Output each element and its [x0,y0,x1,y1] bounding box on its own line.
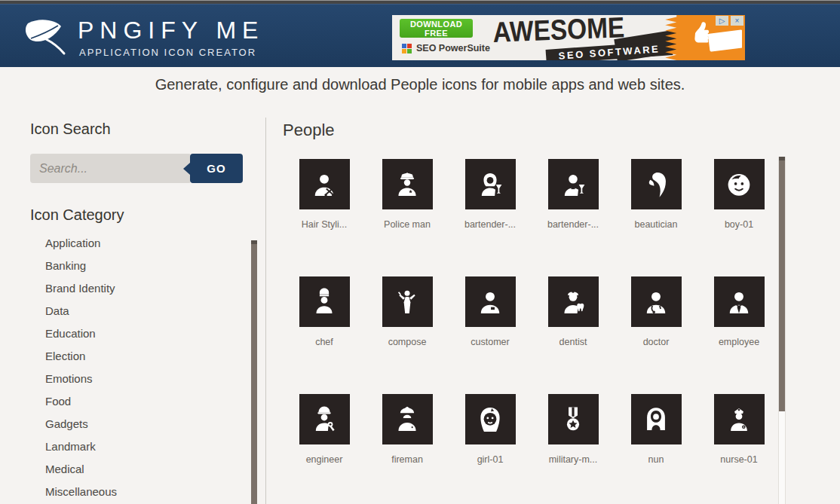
people-heading: People [283,121,335,140]
icon-label: nurse-01 [697,454,780,465]
icon-cell: bartender-... [449,159,532,230]
icon-cell: doctor [615,276,697,347]
ad-corner-controls: ▷ × [716,16,743,26]
icon-label: engineer [283,454,366,465]
page: PNGIFY ME APPLICATION ICON CREATOR AWESO… [0,0,840,504]
icon-cell: bartender-... [532,159,615,230]
beautician-icon[interactable] [631,159,682,209]
category-item-landmark[interactable]: Landmark [45,435,117,458]
icon-label: boy-01 [697,219,780,230]
hairstylist-icon[interactable] [299,159,350,209]
icon-label: military-m... [532,454,615,465]
category-item-emotions[interactable]: Emotions [45,368,117,390]
feather-icon [20,18,69,59]
customer-icon[interactable] [465,276,516,327]
seo-powersuite-logo-icon [402,44,412,53]
category-item-education[interactable]: Education [45,322,117,345]
category-item-data[interactable]: Data [45,300,117,322]
fireman-icon[interactable] [382,394,433,444]
icon-cell: employee [697,276,780,347]
main-scrollbar-thumb[interactable] [779,157,785,411]
search-row: GO [30,154,243,183]
category-scrollbar-thumb[interactable] [251,240,257,504]
ad-download-button[interactable]: DOWNLOAD FREE [400,19,473,38]
icon-label: chef [283,337,366,347]
compose-icon[interactable] [382,276,433,327]
main-scrollbar-track[interactable] [778,157,786,504]
site-header: PNGIFY ME APPLICATION ICON CREATOR AWESO… [0,4,840,67]
military-medal-icon[interactable] [548,394,599,444]
category-item-medical[interactable]: Medical [45,458,117,481]
page-tagline: Generate, configure and download People … [0,76,840,93]
category-item-application[interactable]: Application [45,232,117,255]
icon-cell: boy-01 [697,159,780,230]
icon-cell: fireman [366,394,449,465]
nurse-icon[interactable] [714,394,765,444]
icon-label: bartender-... [532,219,615,230]
icon-cell: nurse-01 [697,394,780,465]
icon-label: fireman [366,454,449,465]
ad-close-icon[interactable]: × [731,16,743,26]
sidebar-divider [265,118,266,504]
ad-headline: AWESOME [492,15,625,49]
icon-cell: nun [615,394,697,465]
icon-label: girl-01 [449,454,532,465]
doctor-icon[interactable] [631,276,682,327]
icon-label: nun [615,454,697,465]
category-item-gadgets[interactable]: Gadgets [45,413,117,435]
category-item-food[interactable]: Food [45,390,117,413]
icon-label: doctor [615,337,697,347]
category-item-brand-identity[interactable]: Brand Identity [45,277,117,300]
icon-cell: beautician [615,159,697,230]
bartender-female-icon[interactable] [465,159,516,209]
ad-brand-name: SEO PowerSuite [416,43,490,53]
icon-label: employee [697,337,780,347]
icon-grid: Hair Styli...Police manbartender-...bart… [283,159,780,465]
icon-label: bartender-... [449,219,532,230]
icon-label: Hair Styli... [283,219,366,230]
ad-brand: SEO PowerSuite [402,43,490,53]
icon-cell: military-m... [532,394,615,465]
bartender-male-icon[interactable] [548,159,599,209]
employee-icon[interactable] [714,276,765,327]
icon-label: dentist [532,337,615,347]
icon-cell: customer [449,276,532,347]
category-item-election[interactable]: Election [45,345,117,368]
dentist-icon[interactable] [548,276,599,327]
icon-cell: Police man [366,159,449,230]
icon-cell: engineer [283,394,366,465]
icon-label: beautician [615,219,697,230]
go-button[interactable]: GO [190,154,243,183]
category-item-miscellaneous[interactable]: Miscellaneous [45,481,117,503]
chef-icon[interactable] [299,276,350,327]
icon-cell: chef [283,276,366,347]
icon-category-heading: Icon Category [30,206,124,224]
icon-cell: compose [366,276,449,347]
icon-cell: Hair Styli... [283,159,366,230]
icon-cell: dentist [532,276,615,347]
boy-face-icon[interactable] [714,159,765,209]
icon-cell: girl-01 [449,394,532,465]
site-title: PNGIFY ME [78,17,264,44]
category-item-banking[interactable]: Banking [45,255,117,277]
nun-icon[interactable] [631,394,682,444]
girl-face-icon[interactable] [465,394,516,444]
engineer-icon[interactable] [299,394,350,444]
ad-banner[interactable]: AWESOME SEO SOFTWARE DOWNLOAD FREE SEO P… [392,15,745,60]
icon-search-heading: Icon Search [30,121,111,138]
adchoices-icon[interactable]: ▷ [716,16,728,26]
icon-label: Police man [366,219,449,230]
icon-label: compose [366,337,449,347]
search-input[interactable] [30,154,190,183]
site-subtitle: APPLICATION ICON CREATOR [79,47,256,58]
policeman-icon[interactable] [382,159,433,209]
category-list: ApplicationBankingBrand IdentityDataEduc… [45,232,117,503]
icon-label: customer [449,337,532,347]
